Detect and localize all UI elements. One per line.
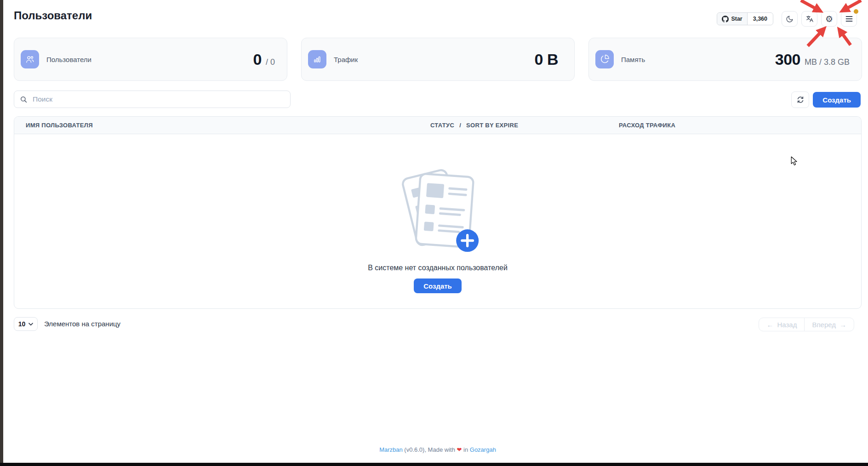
stats-row: Пользователи 0 / 0 Трафик 0 B bbox=[14, 38, 862, 81]
create-user-button[interactable]: Создать bbox=[813, 92, 861, 108]
stat-card-traffic: Трафик 0 B bbox=[301, 38, 575, 81]
table-empty-state: В системе нет созданных пользователей Со… bbox=[14, 134, 861, 293]
header-actions: Star 3,360 ⚙ bbox=[717, 11, 857, 26]
taskbar-strip bbox=[0, 463, 868, 466]
footer-in-text: in bbox=[463, 446, 468, 453]
github-icon bbox=[722, 16, 729, 23]
prev-page-button[interactable]: ← Назад bbox=[759, 318, 804, 331]
dark-mode-button[interactable] bbox=[782, 11, 798, 27]
github-star-count[interactable]: 3,360 bbox=[748, 13, 773, 25]
page-size-value: 10 bbox=[18, 320, 26, 328]
table-header-row: ИМЯ ПОЛЬЗОВАТЕЛЯ СТАТУС / SORT BY EXPIRE… bbox=[14, 117, 861, 134]
search-box bbox=[14, 91, 291, 108]
refresh-icon bbox=[797, 96, 804, 103]
red-arrow-top-right bbox=[848, 0, 861, 8]
column-header-username[interactable]: ИМЯ ПОЛЬЗОВАТЕЛЯ bbox=[26, 117, 93, 134]
search-icon bbox=[20, 96, 28, 103]
next-label: Вперед bbox=[812, 321, 836, 329]
marzban-dashboard: Пользователи Star 3,360 bbox=[0, 0, 868, 466]
refresh-button[interactable] bbox=[791, 91, 809, 108]
stat-suffix: MB / 3.8 GB bbox=[805, 57, 850, 67]
bar-chart-icon bbox=[308, 50, 326, 68]
settings-button[interactable]: ⚙ bbox=[821, 11, 837, 27]
menu-icon bbox=[845, 16, 853, 22]
pagination-nav: ← Назад Вперед → bbox=[759, 318, 854, 331]
language-button[interactable] bbox=[801, 11, 817, 27]
empty-documents-illustration bbox=[393, 161, 483, 256]
pie-chart-icon bbox=[595, 50, 614, 68]
stat-value: 0 bbox=[253, 51, 262, 68]
moon-icon bbox=[786, 15, 794, 23]
sort-by-status[interactable]: СТАТУС bbox=[430, 117, 454, 134]
github-star-button[interactable]: Star bbox=[717, 13, 747, 25]
stat-value: 300 bbox=[775, 51, 800, 68]
stat-label: Пользователи bbox=[46, 56, 91, 63]
left-arrow-icon: ← bbox=[766, 321, 773, 329]
search-input[interactable] bbox=[32, 91, 290, 108]
stat-label: Трафик bbox=[334, 56, 358, 63]
page-title: Пользователи bbox=[14, 9, 92, 22]
column-header-slash: / bbox=[459, 117, 461, 134]
empty-create-button[interactable]: Создать bbox=[414, 278, 462, 293]
footer-version-text: (v0.6.0), Made with bbox=[404, 446, 455, 453]
translate-icon bbox=[805, 15, 814, 23]
notification-dot bbox=[854, 9, 858, 14]
location-link[interactable]: Gozargah bbox=[470, 446, 496, 453]
menu-button[interactable] bbox=[841, 11, 857, 27]
plus-icon bbox=[456, 229, 479, 252]
heart-icon: ❤ bbox=[457, 446, 462, 453]
empty-message: В системе нет созданных пользователей bbox=[368, 264, 508, 272]
stat-value: 0 B bbox=[535, 51, 558, 68]
per-page-label: Элементов на страницу bbox=[44, 317, 120, 331]
toolbar-actions: Создать bbox=[791, 91, 861, 108]
red-arrow-top-left bbox=[801, 0, 815, 8]
column-header-status: СТАТУС / SORT BY EXPIRE bbox=[430, 117, 518, 134]
window-edge-strip bbox=[0, 0, 3, 466]
sort-by-expire[interactable]: SORT BY EXPIRE bbox=[466, 117, 518, 134]
stat-card-users: Пользователи 0 / 0 bbox=[14, 38, 287, 81]
github-star-label: Star bbox=[731, 16, 742, 22]
footer: Marzban (v0.6.0), Made with ❤ in Gozarga… bbox=[14, 446, 862, 453]
right-arrow-icon: → bbox=[839, 321, 846, 329]
users-icon bbox=[21, 50, 39, 68]
brand-link[interactable]: Marzban bbox=[379, 446, 403, 453]
chevron-down-icon bbox=[29, 323, 33, 326]
stat-suffix: / 0 bbox=[266, 57, 275, 67]
users-table: ИМЯ ПОЛЬЗОВАТЕЛЯ СТАТУС / SORT BY EXPIRE… bbox=[14, 116, 862, 309]
stat-card-memory: Память 300 MB / 3.8 GB bbox=[588, 38, 862, 81]
prev-label: Назад bbox=[777, 321, 797, 329]
github-star-widget: Star 3,360 bbox=[717, 12, 773, 25]
next-page-button[interactable]: Вперед → bbox=[804, 318, 854, 331]
page-size-select[interactable]: 10 bbox=[14, 317, 38, 331]
stat-label: Память bbox=[621, 56, 645, 63]
column-header-traffic[interactable]: РАСХОД ТРАФИКА bbox=[619, 117, 675, 134]
gear-icon: ⚙ bbox=[825, 15, 833, 23]
